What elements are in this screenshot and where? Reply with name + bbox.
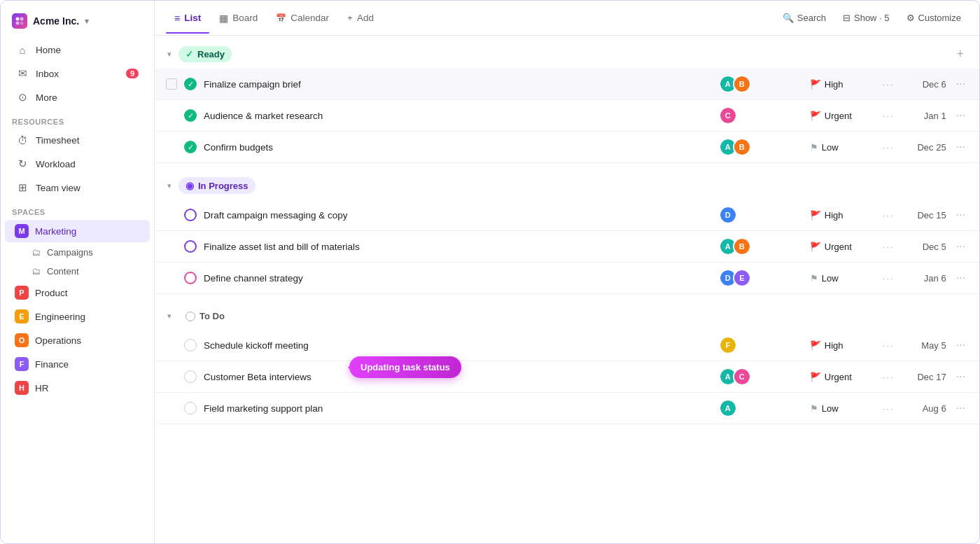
task-extra-dots[interactable]: ··· (880, 141, 897, 154)
customize-button[interactable]: ⚙ Customize (899, 9, 968, 27)
task-row[interactable]: Define channel strategy D E ⚑ Low ··· Ja… (155, 263, 979, 294)
task-date: Jan 1 (904, 111, 946, 121)
task-date: Dec 17 (904, 372, 946, 382)
finance-label: Finance (35, 359, 69, 370)
nav-workload-label: Workload (36, 159, 76, 169)
sidebar-subitem-content[interactable]: 🗂 Content (5, 263, 150, 280)
task-row[interactable]: Draft campaign messaging & copy D 🚩 High… (155, 200, 979, 231)
task-name: Schedule kickoff meeting (204, 340, 712, 351)
sidebar-item-finance[interactable]: F Finance (5, 353, 150, 375)
task-extra-dots[interactable]: ··· (880, 240, 897, 253)
hr-badge: H (15, 381, 29, 395)
ready-collapse-icon[interactable]: ▾ (166, 48, 173, 60)
tab-board[interactable]: ▦ Board (211, 8, 266, 28)
task-name: Finalize asset list and bill of material… (204, 242, 712, 252)
task-extra-dots[interactable]: ··· (880, 370, 897, 384)
board-tab-icon: ▦ (219, 13, 228, 24)
task-priority: 🚩 High (810, 210, 873, 221)
task-avatars: A B (719, 237, 803, 256)
topbar-actions: 🔍 Search ⊟ Show · 5 ⚙ Customize (776, 9, 968, 27)
task-name: Confirm budgets (204, 142, 712, 153)
task-extra-dots[interactable]: ··· (880, 209, 897, 222)
task-avatars: A B (719, 138, 803, 156)
task-row[interactable]: Finalize asset list and bill of material… (155, 231, 979, 263)
task-more-button[interactable]: ··· (953, 337, 968, 353)
inbox-icon: ✉ (16, 67, 29, 80)
operations-badge: O (15, 333, 29, 347)
task-extra-dots[interactable]: ··· (880, 109, 897, 123)
todo-icon (186, 312, 195, 321)
sidebar-item-marketing[interactable]: M Marketing (5, 220, 150, 242)
resources-section-label: Resources (1, 109, 154, 129)
sidebar-nav-more[interactable]: ⊙ More (5, 86, 150, 109)
task-status-todo (184, 339, 197, 351)
task-row[interactable]: Customer Beta interviews A C 🚩 Urgent ··… (155, 361, 979, 393)
task-more-button[interactable]: ··· (953, 369, 968, 384)
sidebar-item-hr[interactable]: H HR (5, 377, 150, 399)
task-more-button[interactable]: ··· (953, 400, 968, 416)
in-progress-group-badge[interactable]: ◉ In Progress (178, 177, 255, 194)
todo-group-badge[interactable]: To Do (178, 308, 232, 324)
tab-list[interactable]: ≡ List (166, 8, 209, 28)
task-priority: ⚑ Low (810, 273, 873, 284)
nav-home-label: Home (36, 45, 61, 55)
list-tab-label: List (184, 13, 201, 23)
todo-collapse-icon[interactable]: ▾ (166, 310, 173, 322)
tab-calendar[interactable]: 📅 Calendar (267, 8, 337, 27)
priority-flag-icon: ⚑ (810, 403, 818, 414)
show-button[interactable]: ⊟ Show · 5 (836, 9, 897, 27)
sidebar-subitem-campaigns[interactable]: 🗂 Campaigns (5, 244, 150, 261)
sidebar-nav-teamview[interactable]: ⊞ Team view (5, 176, 150, 199)
priority-flag-icon: 🚩 (810, 242, 821, 252)
ready-add-button[interactable]: + (952, 46, 968, 63)
sidebar-nav-inbox[interactable]: ✉ Inbox 9 (5, 62, 150, 85)
sidebar-item-operations[interactable]: O Operations (5, 329, 150, 351)
task-more-button[interactable]: ··· (953, 139, 968, 155)
task-date: Dec 25 (904, 142, 946, 153)
sidebar-nav-home[interactable]: ⌂ Home (5, 39, 150, 61)
marketing-badge: M (15, 224, 29, 238)
app-logo[interactable]: Acme Inc. ▾ (1, 9, 154, 39)
task-row[interactable]: Schedule kickoff meeting F 🚩 High ··· Ma… (155, 330, 979, 361)
task-date: Dec 15 (904, 210, 946, 221)
task-more-button[interactable]: ··· (953, 239, 968, 254)
priority-flag-icon: 🚩 (810, 79, 821, 90)
task-extra-dots[interactable]: ··· (880, 402, 897, 415)
task-avatars: D (719, 206, 803, 224)
task-extra-dots[interactable]: ··· (880, 78, 897, 91)
search-button[interactable]: 🔍 Search (776, 9, 833, 27)
task-date: Jan 6 (904, 273, 946, 284)
task-status-todo (184, 370, 197, 383)
task-row[interactable]: ✓ Audience & market research C 🚩 Urgent … (155, 100, 979, 132)
inbox-badge: 9 (126, 69, 139, 78)
task-row[interactable]: Field marketing support plan A ⚑ Low ···… (155, 393, 979, 424)
tab-add[interactable]: + Add (339, 8, 382, 27)
ready-group-badge[interactable]: ✓ Ready (178, 46, 232, 62)
task-row[interactable]: ✓ Finalize campaign brief A B 🚩 High ···… (155, 69, 979, 100)
finance-badge: F (15, 357, 29, 371)
task-more-button[interactable]: ··· (953, 108, 968, 123)
task-extra-dots[interactable]: ··· (880, 339, 897, 352)
task-checkbox[interactable] (166, 78, 177, 90)
task-extra-dots[interactable]: ··· (880, 272, 897, 285)
add-tab-icon: + (347, 13, 353, 23)
sidebar-nav-timesheet[interactable]: ⏱ Timesheet (5, 130, 150, 151)
task-more-button[interactable]: ··· (953, 76, 968, 92)
task-priority: 🚩 Urgent (810, 242, 873, 252)
group-in-progress-header: ▾ ◉ In Progress (155, 167, 979, 200)
sidebar-nav-workload[interactable]: ↻ Workload (5, 153, 150, 175)
todo-group-label: To Do (200, 311, 225, 321)
in-progress-collapse-icon[interactable]: ▾ (166, 180, 173, 192)
in-progress-group-label: In Progress (198, 181, 248, 191)
task-status-in-progress (184, 209, 197, 221)
task-more-button[interactable]: ··· (953, 270, 968, 286)
sidebar-item-product[interactable]: P Product (5, 281, 150, 304)
task-row[interactable]: ✓ Confirm budgets A B ⚑ Low ··· Dec 25 ·… (155, 132, 979, 163)
task-avatars: A C (719, 368, 803, 386)
task-avatars: F (719, 336, 803, 354)
sidebar-item-engineering[interactable]: E Engineering (5, 305, 150, 328)
task-more-button[interactable]: ··· (953, 207, 968, 223)
svg-point-2 (16, 22, 20, 25)
engineering-badge: E (15, 309, 29, 323)
task-name: Audience & market research (204, 111, 712, 121)
